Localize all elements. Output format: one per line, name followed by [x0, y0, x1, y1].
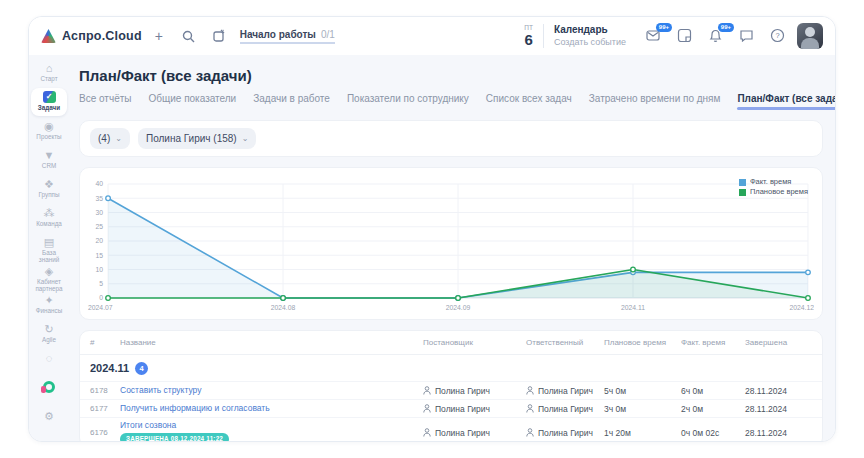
svg-text:20: 20 — [95, 237, 103, 244]
top-bar: Аспро.Cloud + Начало работы 0/1 Пт 6 Кал… — [29, 17, 835, 55]
calendar-title: Календарь — [554, 24, 626, 37]
partner-cabinet-icon: ◈ — [45, 265, 53, 277]
search-button[interactable] — [176, 24, 202, 48]
tasks-table: # Название Постановщик Ответственный Пла… — [79, 330, 823, 441]
table-header-row: # Название Постановщик Ответственный Пла… — [80, 331, 822, 355]
sidebar-item-start[interactable]: ⌂ Старт — [31, 59, 67, 87]
chat-icon — [739, 28, 754, 43]
plus-icon: + — [155, 28, 163, 44]
sidebar-item-knowledge-base[interactable]: ▤ База знаний — [31, 233, 67, 261]
calendar-create-event: Создать событие — [554, 37, 626, 48]
search-icon — [182, 30, 195, 43]
sidebar-item-extra-app[interactable] — [31, 378, 67, 406]
legend-label: Плановое время — [750, 187, 808, 197]
content-area: План/Факт (все задачи) Все отчёты Общие … — [69, 55, 835, 441]
report-tabs: Все отчёты Общие показатели Задачи в раб… — [79, 93, 823, 110]
tab-general-metrics[interactable]: Общие показатели — [148, 93, 236, 110]
person-icon — [423, 386, 431, 395]
help-button[interactable]: ? — [770, 28, 787, 45]
mail-badge: 99+ — [656, 23, 672, 32]
svg-text:15: 15 — [95, 252, 103, 259]
svg-text:30: 30 — [95, 209, 103, 216]
onboarding-guide-button[interactable] — [206, 24, 232, 48]
module-icon: ◌ — [46, 352, 53, 364]
sidebar-item-crm[interactable]: ▼ CRM — [31, 146, 67, 174]
col-assignee: Ответственный — [526, 338, 604, 347]
col-plan-time: Плановое время — [604, 338, 681, 347]
calendar-widget[interactable]: Календарь Создать событие — [554, 24, 626, 48]
svg-text:2024.09: 2024.09 — [446, 304, 471, 311]
task-link[interactable]: Составить структуру — [120, 385, 423, 396]
main-sidebar: ⌂ Старт ✓ Задачи ◉ Проекты ▼ CRM ❖ Групп… — [29, 55, 69, 441]
tasks-icon: ✓ — [43, 91, 56, 103]
tab-plan-fact-all[interactable]: План/Факт (все задачи) — [737, 93, 835, 110]
sidebar-item-team[interactable]: ⁂ Команда — [31, 204, 67, 232]
col-id: # — [90, 338, 120, 347]
table-group-row[interactable]: 2024.11 4 — [80, 355, 822, 382]
date-day: 6 — [524, 32, 533, 47]
svg-text:25: 25 — [95, 223, 103, 230]
tab-tasks-in-progress[interactable]: Задачи в работе — [253, 93, 330, 110]
add-button[interactable]: + — [146, 24, 172, 48]
sidebar-item-extra-1[interactable]: ◌ — [31, 349, 67, 377]
plan-fact-chart: 05101520253035402024.072024.082024.09202… — [86, 174, 814, 316]
agile-icon: ↻ — [44, 323, 53, 335]
tab-time-by-days[interactable]: Затрачено времени по дням — [589, 93, 721, 110]
aspro-logo-icon — [41, 29, 56, 43]
groups-icon: ❖ — [44, 178, 54, 190]
task-link[interactable]: Получить информацию и согласовать — [120, 403, 423, 414]
filters-panel: (4) ⌄ Полина Гирич (158) ⌄ — [79, 120, 823, 157]
col-name: Название — [120, 338, 423, 347]
group-label: 2024.11 — [90, 362, 129, 374]
sidebar-item-extra-3[interactable]: ◍ — [31, 436, 67, 441]
filter-employee-dropdown[interactable]: Полина Гирич (158) ⌄ — [138, 128, 256, 149]
legend-item: Плановое время — [739, 187, 808, 197]
col-fact-time: Факт. время — [681, 338, 745, 347]
module2-icon: ◍ — [44, 439, 54, 441]
onboarding-progress-link[interactable]: Начало работы 0/1 — [240, 29, 335, 44]
person-icon — [526, 404, 534, 413]
aspro-logo-text: Аспро.Cloud — [62, 29, 142, 43]
sidebar-item-tasks[interactable]: ✓ Задачи — [31, 88, 67, 116]
person-icon — [526, 428, 534, 437]
table-row[interactable]: 6177 Получить информацию и согласовать П… — [80, 400, 822, 418]
filter-period-dropdown[interactable]: (4) ⌄ — [90, 128, 130, 149]
sidebar-item-partner-cabinet[interactable]: ◈ Кабинет партнера — [31, 262, 67, 290]
user-avatar[interactable] — [797, 23, 823, 49]
notes-icon — [677, 28, 692, 43]
notifications-button[interactable]: 99+ — [708, 28, 725, 45]
sidebar-item-finance[interactable]: ✦ Финансы — [31, 291, 67, 319]
svg-text:10: 10 — [95, 266, 103, 273]
svg-text:35: 35 — [95, 195, 103, 202]
table-row[interactable]: 6178 Составить структуру Полина Гирич По… — [80, 382, 822, 400]
sidebar-item-groups[interactable]: ❖ Группы — [31, 175, 67, 203]
person-icon — [423, 404, 431, 413]
svg-text:5: 5 — [99, 280, 103, 287]
sidebar-item-settings[interactable]: ⚙ — [31, 407, 67, 435]
sidebar-item-projects[interactable]: ◉ Проекты — [31, 117, 67, 145]
table-row[interactable]: 6176 Итоги созвона ЗАВЕРШЕНА 08.12.2024 … — [80, 418, 822, 441]
plan-fact-chart-card: Факт. времяПлановое время 05101520253035… — [79, 167, 823, 320]
topbar-right: Пт 6 Календарь Создать событие 99+ 99+ — [524, 23, 823, 49]
task-link[interactable]: Итоги созвона — [120, 420, 176, 430]
notifications-badge: 99+ — [718, 23, 734, 32]
mail-button[interactable]: 99+ — [646, 28, 663, 45]
person-icon — [423, 428, 431, 437]
chat-button[interactable] — [739, 28, 756, 45]
tab-all-reports[interactable]: Все отчёты — [79, 93, 131, 110]
svg-text:40: 40 — [95, 180, 103, 187]
completed-status-badge: ЗАВЕРШЕНА 08.12.2024 11:22 — [120, 433, 229, 441]
tab-metrics-by-employee[interactable]: Показатели по сотруднику — [347, 93, 469, 110]
date-widget[interactable]: Пт 6 — [524, 25, 533, 47]
knowledge-base-icon: ▤ — [44, 236, 54, 248]
app-marketplace-icon — [43, 381, 55, 393]
app-window: Аспро.Cloud + Начало работы 0/1 Пт 6 Кал… — [28, 16, 836, 442]
aspro-logo[interactable]: Аспро.Cloud — [41, 29, 142, 43]
sidebar-item-agile[interactable]: ↻ Agile — [31, 320, 67, 348]
crm-icon: ▼ — [44, 149, 55, 161]
notes-button[interactable] — [677, 28, 694, 45]
svg-text:0: 0 — [99, 294, 103, 301]
start-icon: ⌂ — [46, 62, 53, 74]
legend-item: Факт. время — [739, 177, 808, 187]
tab-all-tasks-list[interactable]: Список всех задач — [486, 93, 572, 110]
